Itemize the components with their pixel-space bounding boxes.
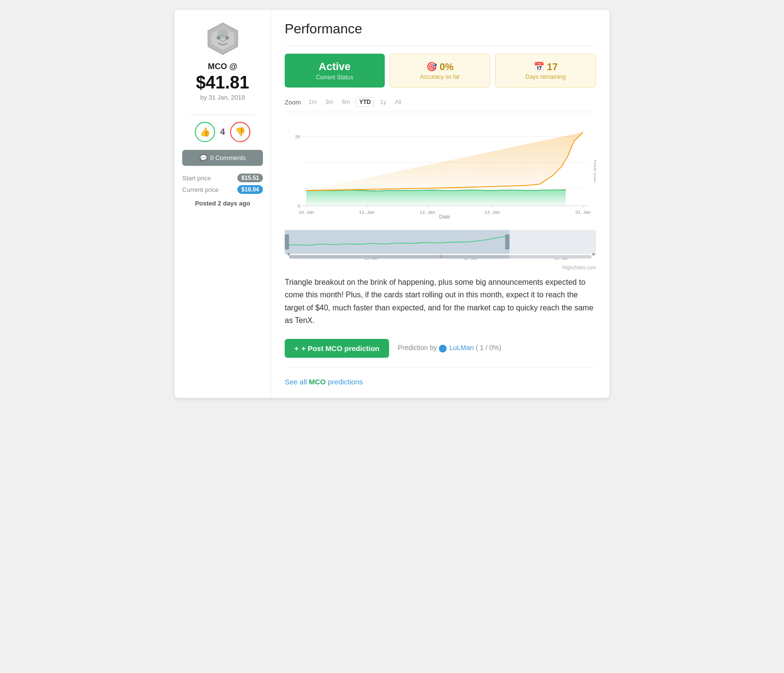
prediction-text: Triangle breakout on the brink of happen… <box>285 276 596 327</box>
avatar-icon: ⬡ <box>205 21 240 56</box>
sidebar: ⬡ MCO @ $41.81 by 31 Jan, 2018 👍 4 👎 💬 0… <box>174 10 271 398</box>
see-all-link[interactable]: See all MCO predictions <box>285 378 363 386</box>
svg-text:11. Jan: 11. Jan <box>359 209 375 215</box>
svg-text:25: 25 <box>295 134 300 139</box>
svg-rect-25 <box>285 230 509 254</box>
bottom-bar: + + Post MCO prediction Prediction by Lu… <box>285 339 596 368</box>
highcharts-credit: Highcharts.com <box>285 265 596 270</box>
svg-text:Price USD: Price USD <box>593 160 596 182</box>
posted-text: Posted 2 days ago <box>195 200 250 207</box>
chart-wrapper: 25 0 <box>285 118 596 226</box>
see-all-row: See all MCO predictions <box>285 378 596 386</box>
vote-count: 4 <box>220 127 225 137</box>
main-content: Performance Active Current Status 🎯 0% A… <box>271 10 610 398</box>
divider <box>190 115 255 115</box>
coin-title: MCO @ <box>208 62 237 72</box>
comments-button[interactable]: 💬 0 Comments <box>182 150 263 166</box>
status-active-card: Active Current Status <box>285 54 385 88</box>
start-price-badge: $15.51 <box>237 174 263 182</box>
current-price-row: Current price $18.04 <box>182 185 263 194</box>
comments-label: 0 Comments <box>210 154 246 161</box>
svg-text:31. Jan: 31. Jan <box>575 209 591 215</box>
plus-icon: + <box>294 344 299 352</box>
comment-icon: 💬 <box>200 154 207 161</box>
svg-rect-34 <box>289 255 509 259</box>
navigator-chart: 15. Jan 22. Jan 29. Jan ◀ ▶ ⠿ <box>285 228 596 262</box>
navigator-wrapper: 15. Jan 22. Jan 29. Jan ◀ ▶ ⠿ <box>285 228 596 264</box>
title-divider <box>285 45 596 46</box>
svg-text:0: 0 <box>298 203 301 208</box>
see-all-coin: MCO <box>309 378 326 386</box>
svg-text:◀: ◀ <box>287 252 290 256</box>
svg-text:12. Jan: 12. Jan <box>420 209 435 215</box>
svg-text:10. Jan: 10. Jan <box>299 209 314 215</box>
see-all-prefix: See all <box>285 378 309 386</box>
zoom-label: Zoom <box>285 99 301 106</box>
calendar-icon: 📅 <box>534 61 544 72</box>
svg-rect-27 <box>505 234 509 249</box>
zoom-ytd[interactable]: YTD <box>356 97 374 107</box>
svg-text:Date: Date <box>439 214 450 219</box>
upvote-button[interactable]: 👍 <box>195 122 215 142</box>
downvote-button[interactable]: 👎 <box>230 122 250 142</box>
status-days-card: 📅 17 Days remaining <box>495 54 596 88</box>
svg-text:13. Jan: 13. Jan <box>484 209 500 215</box>
coin-date: by 31 Jan, 2018 <box>200 94 245 101</box>
prediction-by-text: Prediction by LuLMan ( 1 / 0%) <box>398 344 501 352</box>
zoom-1y[interactable]: 1y <box>377 98 389 106</box>
user-icon <box>439 345 447 352</box>
post-prediction-button[interactable]: + + Post MCO prediction <box>285 339 389 358</box>
page-title: Performance <box>285 21 596 37</box>
status-accuracy-card: 🎯 0% Accuracy so far <box>390 54 491 88</box>
days-sub: Days remaining <box>525 73 566 80</box>
accuracy-row: 🎯 0% <box>426 61 454 73</box>
start-price-row: Start price $15.51 <box>182 174 263 182</box>
svg-rect-26 <box>285 234 289 249</box>
current-price-badge: $18.04 <box>237 185 263 194</box>
days-value: 17 <box>547 61 558 73</box>
user-stats: ( 1 / 0%) <box>476 344 501 351</box>
zoom-1m[interactable]: 1m <box>305 98 319 106</box>
current-price-label: Current price <box>182 186 218 193</box>
start-price-label: Start price <box>182 175 211 182</box>
zoom-controls: Zoom 1m 3m 6m YTD 1y All <box>285 97 596 112</box>
main-chart: 25 0 <box>285 118 596 224</box>
vote-row: 👍 4 👎 <box>195 122 250 142</box>
post-btn-label: + Post MCO prediction <box>302 344 379 352</box>
coin-price: $41.81 <box>196 73 249 93</box>
svg-text:⠿: ⠿ <box>439 254 443 259</box>
svg-text:▶: ▶ <box>593 252 596 256</box>
zoom-6m[interactable]: 6m <box>339 98 353 106</box>
zoom-3m[interactable]: 3m <box>322 98 336 106</box>
active-sub: Current Status <box>316 74 353 81</box>
accuracy-value: 0% <box>440 61 454 73</box>
status-bar: Active Current Status 🎯 0% Accuracy so f… <box>285 54 596 88</box>
accuracy-sub: Accuracy so far <box>420 73 460 80</box>
target-icon: 🎯 <box>426 61 437 72</box>
days-row: 📅 17 <box>534 61 558 73</box>
user-link[interactable]: LuLMan <box>450 344 474 351</box>
see-all-suffix: predictions <box>326 378 363 386</box>
zoom-all[interactable]: All <box>392 98 404 106</box>
active-label: Active <box>319 60 350 73</box>
